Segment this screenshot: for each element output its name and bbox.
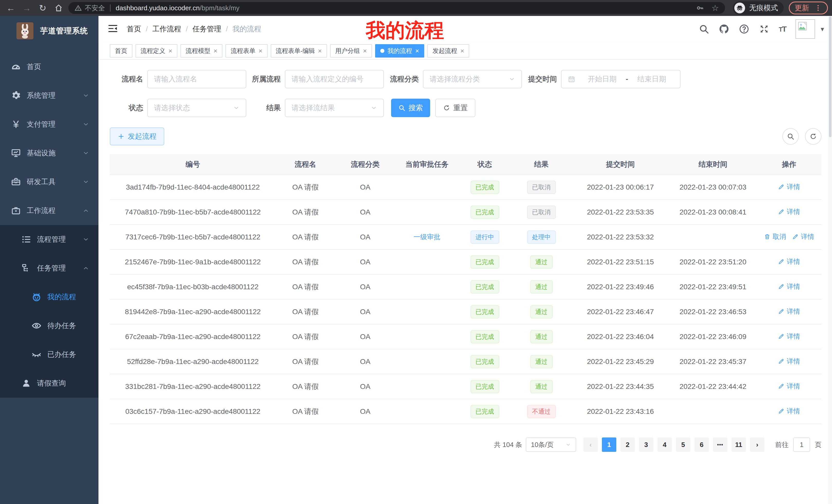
submit-time-range-picker[interactable]: 开始日期 - 结束日期 — [561, 70, 681, 88]
table-row: 67c2eaab-7b9a-11ec-a290-acde48001122OA 请… — [110, 324, 822, 349]
detail-action-link[interactable]: 详情 — [778, 282, 800, 291]
page-size-select[interactable]: 10条/页 — [526, 438, 576, 452]
sidebar-item[interactable]: 请假查询 — [0, 369, 99, 398]
hamburger-icon[interactable] — [107, 23, 120, 35]
status-select[interactable]: 请选择状态 — [147, 99, 246, 117]
breadcrumb-item[interactable]: 工作流程 — [153, 24, 181, 34]
page-number-button[interactable]: 6 — [695, 438, 709, 452]
sidebar-item[interactable]: 流程管理 — [0, 225, 99, 254]
tags-view-tab[interactable]: 首页 — [110, 44, 132, 58]
process-name-input[interactable]: 请输入流程名 — [147, 70, 246, 88]
refresh-table-button[interactable] — [805, 128, 822, 145]
cell-process-category: OA — [335, 175, 395, 200]
detail-action-link[interactable]: 详情 — [778, 332, 800, 341]
sidebar-menu: 首页系统管理¥支付管理基础设施研发工具工作流程流程管理任务管理我的流程待办任务已… — [0, 52, 99, 398]
close-icon[interactable]: × — [213, 48, 217, 54]
pagination-ellipsis[interactable]: ••• — [713, 438, 727, 452]
tags-view-tab[interactable]: 流程表单-编辑× — [271, 44, 327, 58]
back-icon[interactable]: ← — [4, 2, 18, 14]
cancel-action-link[interactable]: 取消 — [764, 232, 786, 241]
tags-view-tab[interactable]: 流程表单× — [226, 44, 267, 58]
reset-button[interactable]: 重置 — [435, 99, 475, 117]
sidebar-item[interactable]: 我的流程 — [0, 283, 99, 311]
page-scrollbar[interactable] — [828, 16, 832, 504]
page-number-button[interactable]: 5 — [676, 438, 690, 452]
sidebar-item[interactable]: 待办任务 — [0, 311, 99, 340]
detail-action-link[interactable]: 详情 — [778, 382, 800, 391]
browser-menu-dots-icon[interactable] — [814, 4, 822, 12]
table-row: 7470a810-7b9b-11ec-b5b7-acde48001122OA 请… — [110, 200, 822, 225]
home-icon[interactable] — [52, 2, 65, 14]
detail-action-link[interactable]: 详情 — [778, 257, 800, 266]
github-icon[interactable] — [719, 24, 729, 34]
sidebar-item[interactable]: 系统管理 — [0, 81, 99, 110]
detail-action-link[interactable]: 详情 — [778, 183, 800, 191]
breadcrumb-item[interactable]: 首页 — [127, 24, 141, 34]
page-number-button[interactable]: 4 — [657, 438, 672, 452]
detail-action-link[interactable]: 详情 — [778, 357, 800, 366]
detail-action-link[interactable]: 详情 — [778, 307, 800, 316]
tags-view-tab[interactable]: 我的流程× — [375, 44, 424, 58]
sidebar-item[interactable]: 研发工具 — [0, 167, 99, 196]
close-icon[interactable]: × — [258, 48, 262, 54]
close-icon[interactable]: × — [460, 48, 464, 54]
tags-view-tab[interactable]: 流程定义× — [135, 44, 177, 58]
sidebar-item[interactable]: 已办任务 — [0, 340, 99, 369]
status-tag: 已完成 — [470, 405, 499, 418]
security-indicator[interactable]: 不安全 — [75, 4, 105, 12]
close-icon[interactable]: × — [363, 48, 367, 54]
prev-page-button[interactable]: ‹ — [583, 438, 598, 452]
sidebar-item[interactable]: 工作流程 — [0, 196, 99, 225]
page-number-button[interactable]: 11 — [731, 438, 746, 452]
tags-view-tab[interactable]: 发起流程× — [427, 44, 469, 58]
sidebar-item[interactable]: ¥支付管理 — [0, 110, 99, 139]
page-number-button[interactable]: 1 — [602, 438, 616, 452]
next-page-button[interactable]: › — [750, 438, 764, 452]
table-column-header: 结果 — [511, 154, 572, 175]
help-icon[interactable] — [739, 24, 750, 34]
bookmark-star-icon[interactable]: ☆ — [711, 3, 719, 13]
jump-page-input[interactable]: 1 — [793, 438, 810, 452]
chrome-update-button[interactable]: 更新 — [789, 2, 828, 15]
forward-icon[interactable]: → — [20, 2, 33, 14]
app-logo-row[interactable]: 芋道管理系统 — [0, 16, 99, 46]
cell-process-name: OA 请假 — [276, 225, 335, 249]
cell-process-category: OA — [335, 299, 395, 324]
address-bar[interactable]: 不安全 dashboard.yudao.iocoder.cn/bpm/task/… — [69, 2, 725, 14]
sidebar-item[interactable]: 首页 — [0, 52, 99, 81]
result-select[interactable]: 请选择流结果 — [285, 99, 384, 117]
avatar[interactable] — [796, 19, 815, 39]
category-select[interactable]: 请选择流程分类 — [423, 70, 522, 88]
tags-view-tab[interactable]: 流程模型× — [181, 44, 223, 58]
reload-icon[interactable]: ↻ — [36, 2, 49, 14]
show-search-toggle-button[interactable] — [782, 128, 799, 145]
sidebar-item[interactable]: 任务管理 — [0, 254, 99, 283]
page-number-button[interactable]: 2 — [620, 438, 635, 452]
password-key-icon[interactable] — [696, 4, 704, 12]
close-icon[interactable]: × — [168, 48, 172, 54]
date-start-placeholder[interactable]: 开始日期 — [580, 74, 624, 84]
close-icon[interactable]: × — [318, 48, 322, 54]
font-size-icon[interactable]: TT — [779, 25, 786, 33]
fullscreen-icon[interactable] — [759, 24, 770, 34]
detail-action-link[interactable]: 详情 — [778, 407, 800, 416]
search-button[interactable]: 搜索 — [391, 99, 430, 117]
sidebar-item[interactable]: 基础设施 — [0, 139, 99, 167]
close-icon[interactable]: × — [415, 48, 419, 54]
tags-view-tab[interactable]: 用户分组× — [330, 44, 372, 58]
breadcrumb-item[interactable]: 任务管理 — [192, 24, 222, 34]
detail-action-link[interactable]: 详情 — [778, 207, 800, 216]
jump-suffix: 页 — [815, 440, 822, 449]
date-end-placeholder[interactable]: 结束日期 — [630, 74, 674, 84]
detail-action-link[interactable]: 详情 — [792, 232, 814, 241]
pen-icon — [778, 208, 785, 215]
cell-process-category: OA — [335, 249, 395, 274]
search-icon[interactable] — [699, 24, 709, 34]
start-process-button[interactable]: 发起流程 — [110, 128, 164, 145]
current-task-link[interactable]: 一级审批 — [414, 232, 440, 242]
avatar-caret-down-icon[interactable]: ▾ — [821, 25, 824, 33]
result-tag: 已取消 — [527, 180, 556, 194]
process-definition-input[interactable]: 请输入流程定义的编号 — [285, 70, 384, 88]
scrollbar-thumb[interactable] — [829, 17, 831, 137]
page-number-button[interactable]: 3 — [639, 438, 653, 452]
